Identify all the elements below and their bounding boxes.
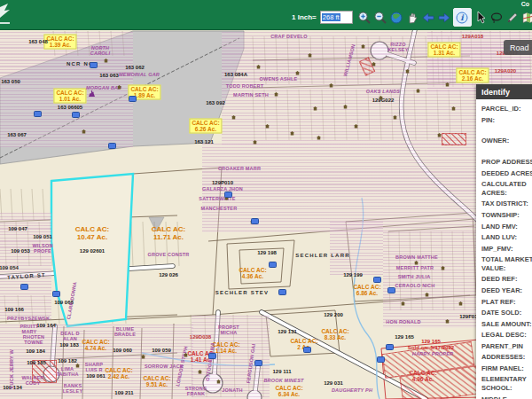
identify-field-label: DATE SOLD: [481,309,532,317]
house-icon [198,370,202,374]
identify-panel: Identify PARCEL_ID:PIN:OWNER:PROP ADDRES… [476,84,532,399]
house-icon [437,133,442,137]
house-icon [405,69,410,74]
identify-field-label: DEED YEAR: [481,286,532,295]
identify-field-label: CALCULATED ACRES: [481,180,532,198]
address-marker-icon [303,347,311,353]
identify-field-label: PLAT REF: [481,298,532,307]
house-icon [343,105,348,109]
identify-field-label: OWNER: [481,137,532,145]
house-icon [425,293,429,297]
house-icon [184,353,188,357]
address-marker-icon [386,344,394,350]
house-icon [75,364,80,368]
identify-field-label: SALE AMOUNT: [481,320,532,329]
house-icon [401,301,405,306]
house-icon [414,261,419,265]
address-marker-icon [90,62,98,68]
lasso-select-icon[interactable] [489,11,504,25]
house-icon [458,301,463,306]
forward-extent-icon[interactable] [437,11,451,25]
identify-field-label: PARCEL_ID: [481,105,532,113]
back-extent-icon[interactable] [421,11,435,25]
address-marker-icon [278,289,286,295]
house-icon [393,115,397,120]
select-pointer-icon[interactable] [473,11,488,25]
house-icon [250,220,254,224]
house-icon [104,59,108,63]
identify-field-label: FIRM PANEL: [481,364,532,373]
house-icon [224,196,229,200]
identify-field-label: DEEDED ACRES: [481,169,532,178]
identify-field-label: LAND LUV: [481,233,532,242]
identify-panel-header[interactable]: Identify [476,84,532,99]
house-icon [216,379,221,384]
address-marker-icon [254,360,262,366]
house-icon [416,89,420,93]
house-icon [441,266,445,270]
scale-input[interactable]: 268 ft [320,11,353,24]
address-marker-icon [269,262,277,268]
house-icon [295,71,300,75]
measure-pencil-icon[interactable] [505,11,520,25]
address-marker-icon [387,287,395,293]
house-icon [354,124,358,129]
address-marker-icon [377,356,385,363]
identify-field-label: LAND FMV: [481,223,532,231]
address-marker-icon [129,96,137,102]
house-icon [308,53,312,58]
address-marker-icon [108,143,116,149]
identify-field-label: ELEMENTARY SCHOOL: [481,375,532,393]
map-marker-layer [0,29,532,399]
house-icon [117,85,121,90]
house-icon [451,106,456,111]
house-icon [82,129,86,134]
address-marker-icon [251,218,259,224]
house-icon [445,319,450,324]
identify-field-label: MIDDLE SCHOOL: [481,395,532,399]
toolbar: Co 1 Inch= 268 ft i [0,0,532,30]
scale-label: 1 Inch= [292,13,317,21]
house-icon [317,136,321,140]
house-icon [274,92,278,97]
house-icon [141,355,145,359]
full-extent-globe-icon[interactable] [389,11,403,25]
identify-title: Identify [481,88,510,97]
identify-field-label: TOWNSHIP: [481,211,532,220]
identify-field-label: LEGAL DESC: [481,331,532,340]
basemap-road-button[interactable]: Road [504,40,532,55]
house-icon [372,62,376,66]
house-icon [290,131,294,136]
address-marker-icon [52,291,60,297]
zoom-out-icon[interactable] [373,11,387,25]
house-icon [379,96,383,100]
identify-field-label: PIN: [481,116,532,125]
identify-field-label: TAX DISTRICT: [481,200,532,208]
identify-field-label: ADDRESSES: [481,353,532,362]
address-marker-icon [72,112,80,118]
house-icon [265,124,270,129]
house-icon [313,106,317,111]
identify-field-label: PROP ADDRESS: [481,158,532,167]
address-marker-icon [208,353,216,359]
house-icon [445,82,450,87]
pan-hand-icon[interactable] [405,11,419,25]
map-layers-icon[interactable] [521,11,532,25]
address-marker-icon [34,111,42,117]
zoom-in-icon[interactable] [357,11,372,25]
identify-fields: PARCEL_ID:PIN:OWNER:PROP ADDRESS:DEEDED … [476,99,532,399]
church-icon [89,90,95,97]
identify-field-label: IMP_FMV: [481,245,532,254]
house-icon [231,115,236,120]
house-icon [256,65,261,69]
identify-field-label: PARENT_PIN [481,342,532,351]
house-icon [329,83,333,88]
basemap-road-label: Road [510,43,529,52]
address-marker-icon [20,284,28,290]
identify-field-label: TOTAL MARKET VALUE: [481,255,532,273]
house-icon [253,140,257,145]
toolbar-corner-text: Co [521,1,529,7]
map-canvas[interactable]: CALC AC: 1.39 Ac.CALC AC: 1.01 Ac.CALC A… [0,29,532,399]
identify-tool-icon[interactable]: i [453,8,472,27]
address-marker-icon [373,277,381,283]
